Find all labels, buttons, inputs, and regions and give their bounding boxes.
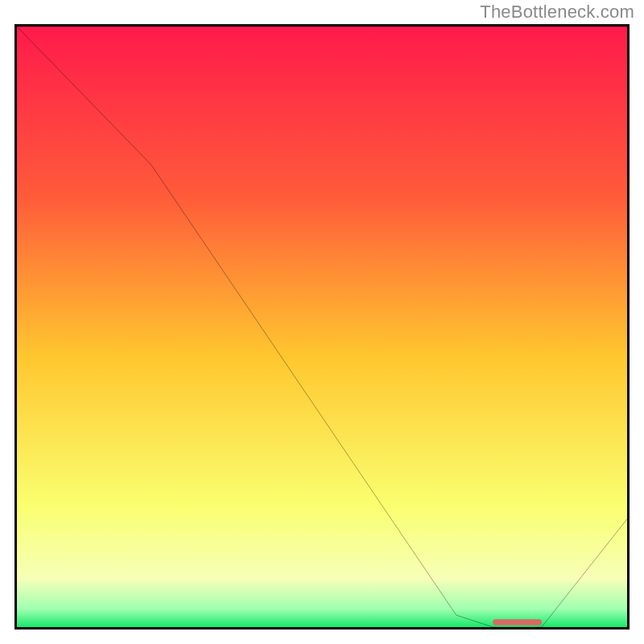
optimal-zone-marker	[493, 619, 542, 625]
chart-frame	[14, 24, 630, 630]
attribution-text: TheBottleneck.com	[480, 2, 634, 23]
chart-background	[17, 27, 627, 627]
bottleneck-chart	[17, 27, 627, 627]
